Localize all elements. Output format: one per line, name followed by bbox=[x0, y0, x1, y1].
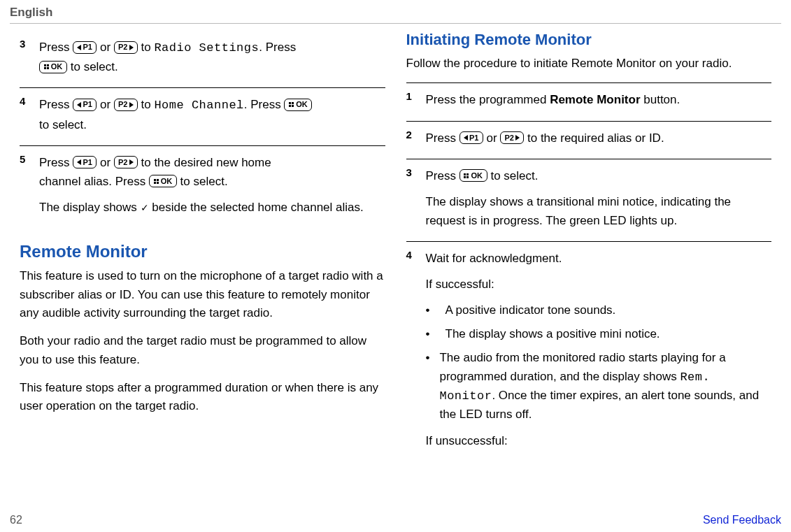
bold-text: Remote Monitor bbox=[550, 93, 640, 106]
bullet-icon: • bbox=[426, 301, 436, 319]
text: The display shows bbox=[39, 201, 141, 214]
step-body: Press P1 or P2 to Radio Settings. Press … bbox=[39, 38, 385, 76]
step-4-right: 4 Wait for acknowledgment. If successful… bbox=[406, 241, 772, 461]
p1-key-icon: P1 bbox=[73, 41, 97, 54]
text: Press the programmed bbox=[426, 93, 550, 106]
ok-key-icon: OK bbox=[459, 169, 487, 182]
text: . Press bbox=[244, 98, 285, 111]
text: Press bbox=[39, 156, 73, 169]
ok-key-icon: OK bbox=[149, 175, 177, 187]
right-column: Initiating Remote Monitor Follow the pro… bbox=[406, 31, 772, 461]
text: button. bbox=[641, 93, 680, 106]
lcd-text: Home Channel bbox=[154, 99, 243, 112]
text: or bbox=[100, 98, 114, 111]
step-1: 1 Press the programmed Remote Monitor bu… bbox=[406, 82, 772, 120]
send-feedback-link[interactable]: Send Feedback bbox=[703, 514, 781, 526]
bullet-icon: • bbox=[426, 325, 436, 343]
ok-key-icon: OK bbox=[284, 99, 312, 111]
bullet-list: • A positive indicator tone sounds. • Th… bbox=[426, 301, 772, 424]
list-item: • A positive indicator tone sounds. bbox=[426, 301, 772, 319]
step-body: Press P1 or P2 to the required alias or … bbox=[426, 129, 772, 148]
p2-key-icon: P2 bbox=[500, 131, 524, 144]
text: The display shows a transitional mini no… bbox=[426, 192, 772, 230]
text: Press bbox=[426, 131, 459, 145]
text: to select. bbox=[180, 175, 228, 188]
text: If unsuccessful: bbox=[426, 431, 772, 450]
left-column: 3 Press P1 or P2 to Radio Settings. Pres… bbox=[20, 31, 385, 461]
step-number: 3 bbox=[406, 166, 426, 231]
paragraph: Follow the procedure to initiate Remote … bbox=[406, 55, 772, 73]
text: channel alias. Press bbox=[39, 175, 149, 188]
page-footer: 62 Send Feedback bbox=[10, 514, 781, 526]
paragraph: This feature is used to turn on the micr… bbox=[20, 267, 385, 322]
step-body: Press OK to select. The display shows a … bbox=[426, 166, 772, 231]
list-item: • The audio from the monitored radio sta… bbox=[426, 349, 772, 424]
text: A positive indicator tone sounds. bbox=[446, 301, 616, 319]
text: or bbox=[486, 131, 500, 145]
p1-key-icon: P1 bbox=[459, 131, 483, 144]
text: Press bbox=[39, 98, 73, 111]
text: Wait for acknowledgment. bbox=[426, 249, 772, 268]
bullet-icon: • bbox=[426, 349, 430, 424]
page-content: 3 Press P1 or P2 to Radio Settings. Pres… bbox=[0, 24, 791, 461]
p2-key-icon: P2 bbox=[114, 156, 138, 168]
list-item: • The display shows a positive mini noti… bbox=[426, 325, 772, 343]
p1-key-icon: P1 bbox=[73, 99, 97, 111]
step-3-right: 3 Press OK to select. The display shows … bbox=[406, 159, 772, 242]
text: . Press bbox=[259, 41, 296, 54]
paragraph: This feature stops after a programmed du… bbox=[20, 379, 385, 416]
page-number: 62 bbox=[10, 514, 22, 526]
text: to bbox=[141, 41, 155, 54]
step-number: 2 bbox=[406, 129, 426, 148]
text: If successful: bbox=[426, 275, 772, 294]
text: Press bbox=[426, 169, 459, 182]
text: to select. bbox=[490, 169, 538, 182]
text: to the required alias or ID. bbox=[527, 131, 664, 145]
text: beside the selected home channel alias. bbox=[149, 201, 364, 214]
step-number: 4 bbox=[20, 95, 39, 134]
ok-key-icon: OK bbox=[39, 61, 67, 73]
step-4: 4 Press P1 or P2 to Home Channel. Press … bbox=[20, 87, 385, 145]
step-number: 1 bbox=[406, 90, 426, 109]
text: to select. bbox=[71, 60, 118, 73]
p1-key-icon: P1 bbox=[73, 156, 97, 168]
step-3: 3 Press P1 or P2 to Radio Settings. Pres… bbox=[20, 31, 385, 87]
step-body: Press the programmed Remote Monitor butt… bbox=[426, 90, 772, 109]
paragraph: Both your radio and the target radio mus… bbox=[20, 332, 385, 369]
step-number: 4 bbox=[406, 249, 426, 450]
text: The display shows a positive mini notice… bbox=[446, 325, 660, 343]
step-body: Press P1 or P2 to Home Channel. Press OK… bbox=[39, 95, 385, 134]
page-language-header: English bbox=[0, 0, 791, 21]
step-2: 2 Press P1 or P2 to the required alias o… bbox=[406, 121, 772, 159]
text: or bbox=[100, 156, 114, 169]
text: or bbox=[100, 41, 114, 54]
step-number: 3 bbox=[20, 38, 39, 76]
p2-key-icon: P2 bbox=[114, 41, 138, 54]
text: Press bbox=[39, 41, 73, 54]
step-number: 5 bbox=[20, 153, 39, 217]
text: to select. bbox=[39, 118, 87, 131]
text: to the desired new home bbox=[141, 156, 271, 169]
lcd-text: Radio Settings bbox=[154, 41, 259, 55]
section-heading-initiating: Initiating Remote Monitor bbox=[406, 31, 772, 49]
p2-key-icon: P2 bbox=[114, 99, 138, 111]
step-body: Wait for acknowledgment. If successful: … bbox=[426, 249, 772, 450]
step-body: Press P1 or P2 to the desired new home c… bbox=[39, 153, 385, 217]
checkmark-icon: ✓ bbox=[141, 200, 149, 215]
step-5: 5 Press P1 or P2 to the desired new home… bbox=[20, 145, 385, 229]
text: to bbox=[141, 98, 155, 111]
section-heading-remote-monitor: Remote Monitor bbox=[20, 242, 385, 261]
